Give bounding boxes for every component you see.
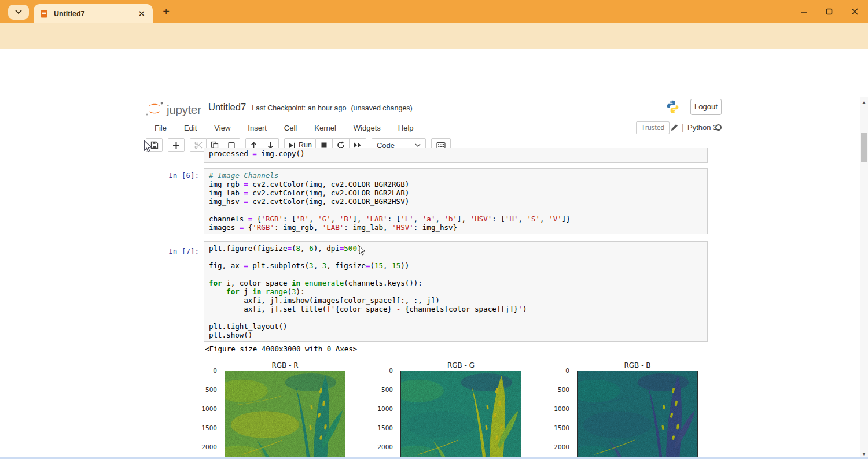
notebook-title-row: Untitled7 Last Checkpoint: an hour ago (… [208,102,413,113]
menu-help[interactable]: Help [389,120,422,136]
insert-cell-button[interactable] [168,138,185,152]
y-tick-label: 0 [546,367,569,374]
y-tick-label: 2000 [194,443,217,450]
scrollbar-thumb[interactable] [861,133,867,162]
y-tick-label: 2000 [546,443,569,450]
code-cell-in6[interactable]: # Image Channelsimg_rgb = cv2.cvtColor(i… [204,168,708,234]
cell-prompt-in7: In [7]: [146,247,199,256]
code-partial: processed = img.copy() [209,149,703,158]
menu-insert[interactable]: Insert [239,120,275,136]
secondary-cursor [359,246,366,256]
y-axis-ticks: 0500100015002000250030003500 [200,367,221,459]
window-minimize-button[interactable] [790,0,817,23]
menu-kernel[interactable]: Kernel [306,120,345,136]
plot-title-rgb-g: RGB - G [400,361,521,369]
python-logo-icon [665,99,680,114]
tab-title: Untitled7 [54,10,136,18]
jupyter-favicon [39,9,49,18]
channel-image-rgb-r [225,371,345,459]
trusted-badge[interactable]: Trusted [636,121,670,134]
code-in7: plt.figure(figsize=(8, 6), dpi=500) fig,… [209,244,703,339]
figure-size-output: <Figure size 4000x3000 with 0 Axes> [205,345,357,353]
jupyter-logo-icon [145,101,164,117]
y-tick-label: 1500 [194,424,217,431]
y-tick-label: 1000 [194,405,217,412]
y-tick-label: 0 [370,367,393,374]
browser-titlebar: Untitled7 ✕ + [0,0,868,23]
browser-navbar: localhost:8888/notebooks/Untitled7.ipynb… [0,23,868,49]
select-chevron-icon [415,143,421,147]
code-cell-in7[interactable]: plt.figure(figsize=(8, 6), dpi=500) fig,… [204,241,708,342]
y-tick-label: 1500 [546,424,569,431]
channel-image-rgb-b [577,371,698,459]
scroll-up-arrow[interactable]: ▲ [860,98,868,106]
notebook-title[interactable]: Untitled7 [208,102,246,113]
tab-search-button[interactable] [8,5,29,20]
kernel-divider: | [682,123,684,132]
plot-title-rgb-r: RGB - R [225,361,345,369]
y-axis-ticks: 0500100015002000250030003500 [376,367,397,459]
menu-file[interactable]: File [146,120,175,136]
tab-close-icon[interactable]: ✕ [136,9,147,19]
menu-bar: File Edit View Insert Cell Kernel Widget… [146,120,422,136]
checkpoint-status: Last Checkpoint: an hour ago [252,104,346,112]
y-tick-label: 500 [370,386,393,393]
chevron-down-icon [15,10,22,14]
logout-button[interactable]: Logout [690,99,722,115]
code-in6: # Image Channelsimg_rgb = cv2.cvtColor(i… [209,171,703,232]
cell-prompt-in6: In [6]: [146,171,199,180]
cut-icon [194,141,203,149]
menu-widgets[interactable]: Widgets [345,120,389,136]
code-cell-partial[interactable]: processed = img.copy() [204,148,708,163]
y-tick-label: 2000 [370,443,393,450]
browser-tab[interactable]: Untitled7 ✕ [34,4,153,23]
y-tick-label: 0 [194,367,217,374]
kernel-name: Python 3 [687,123,717,132]
y-axis-ticks: 0500100015002000250030003500 [553,367,573,459]
y-tick-label: 1000 [370,405,393,412]
plus-icon [172,142,180,149]
jupyter-logo-text: jupyter [167,103,201,117]
new-tab-button[interactable]: + [160,5,172,18]
kernel-idle-icon [715,124,722,131]
jupyter-page: jupyter Untitled7 Last Checkpoint: an ho… [0,49,860,459]
y-tick-label: 1000 [546,405,569,412]
unsaved-changes-status: (unsaved changes) [351,104,412,112]
y-tick-label: 500 [546,386,569,393]
y-tick-label: 1500 [370,424,393,431]
vertical-scrollbar[interactable]: ▲ ▼ [860,97,868,459]
plot-title-rgb-b: RGB - B [577,361,698,369]
window-bottom-edge [0,457,868,459]
screen: Untitled7 ✕ + localhost:8888/notebooks/U… [0,0,868,459]
window-close-button[interactable] [841,0,868,23]
jupyter-logo[interactable]: jupyter [145,101,201,117]
menu-view[interactable]: View [205,120,239,136]
mouse-cursor [144,140,153,153]
menu-edit[interactable]: Edit [175,120,205,136]
window-maximize-button[interactable] [816,0,843,23]
menu-cell[interactable]: Cell [275,120,306,136]
edit-mode-pencil-icon [670,123,679,132]
y-tick-label: 500 [194,386,217,393]
channel-image-rgb-g [400,371,521,459]
